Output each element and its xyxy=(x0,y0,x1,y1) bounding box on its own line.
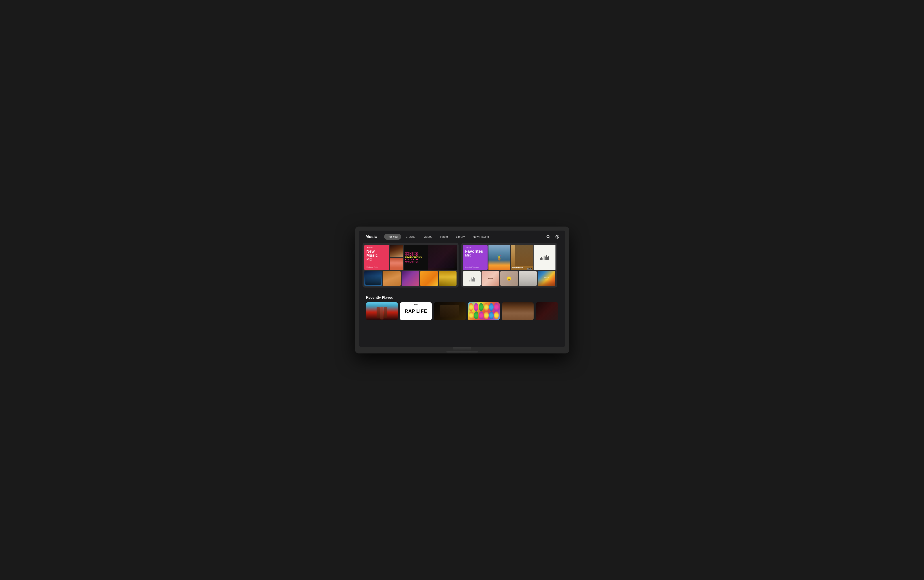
favorites-mix-card[interactable]: MUSIC Favorites Mix Updated Tuesday xyxy=(461,243,557,288)
favorites-updated: Updated Tuesday xyxy=(465,266,485,268)
new-music-updated: Updated Today xyxy=(367,266,386,268)
new-music-mix-tile[interactable]: MUSIC New Music Mix Updated Today xyxy=(364,245,389,270)
rap-life-label: MUSIC xyxy=(414,304,418,305)
fav-label-row: MUSIC xyxy=(465,247,485,249)
fav-album-1[interactable] xyxy=(488,245,510,270)
rap-life-text: RAP LIFE xyxy=(405,309,427,313)
tab-radio[interactable]: Radio xyxy=(437,234,451,240)
bottom-thumb-1[interactable] xyxy=(364,271,382,286)
fav-header: MUSIC Favorites Mix xyxy=(465,247,485,257)
svg-point-3 xyxy=(557,236,558,237)
fav-bottom-3[interactable]: 🙂 xyxy=(500,271,518,286)
new-music-mix-card[interactable]: MUSIC New Music Mix Updated Today xyxy=(362,243,459,288)
fav-bottom-2[interactable]: kelsea xyxy=(482,271,500,286)
svg-point-2 xyxy=(556,235,559,238)
search-icon[interactable] xyxy=(546,234,551,239)
mix-badge-text: MUSIC xyxy=(367,247,373,249)
bottom-thumb-4[interactable] xyxy=(420,271,438,286)
svg-point-5 xyxy=(498,256,500,258)
mix-header: MUSIC New Music Mix xyxy=(367,247,386,261)
fav-bottom-4[interactable] xyxy=(519,271,537,286)
mix-label-row: MUSIC xyxy=(367,247,386,249)
music-logo-text: Music xyxy=(366,234,377,239)
tv-stand xyxy=(359,347,565,353)
fav-bottom-row: kelsea 🙂 TEXA xyxy=(463,271,556,286)
tab-videos[interactable]: Videos xyxy=(420,234,436,240)
fav-bottom-1[interactable] xyxy=(463,271,481,286)
tv-stand-base xyxy=(447,351,478,353)
advisory-badge: EXPLICIT xyxy=(527,268,532,270)
fav-album-3[interactable] xyxy=(534,245,555,270)
recently-played-section: Recently Played MUSIC xyxy=(362,292,562,324)
new-music-grid: MUSIC New Music Mix Updated Today xyxy=(364,245,457,286)
svg-line-1 xyxy=(549,237,550,238)
tab-browse[interactable]: Browse xyxy=(402,234,419,240)
nav-bar: Music For You Browse Videos Radio Librar… xyxy=(359,231,565,243)
sun-text: SUN xyxy=(545,278,548,280)
rp-item-2[interactable]: MUSIC RAP LIFE xyxy=(400,302,432,320)
album-thumb-2[interactable] xyxy=(390,258,403,270)
nm-col2-thumbs xyxy=(390,245,403,270)
chart-visual xyxy=(534,245,555,270)
apple-music-logo: Music xyxy=(364,234,377,239)
recently-played-grid: MUSIC RAP LIFE xyxy=(366,302,558,320)
fav-badge-text: MUSIC xyxy=(466,247,472,249)
bottom-thumb-3[interactable] xyxy=(401,271,419,286)
gaslighter-album[interactable]: GASLIGHTER GASLIGHTER DIXIE CHICKS GASLI… xyxy=(404,245,457,270)
bottom-thumb-2[interactable] xyxy=(383,271,401,286)
flowers-pattern xyxy=(468,302,500,320)
featured-row: MUSIC New Music Mix Updated Today xyxy=(362,243,562,288)
fav-bottom-5-texas-sun[interactable]: TEXAS SUN xyxy=(538,271,556,286)
recently-played-title: Recently Played xyxy=(366,296,558,300)
tv-frame: Music For You Browse Videos Radio Librar… xyxy=(355,227,569,353)
rp-item-4[interactable] xyxy=(468,302,500,320)
tv-stand-neck xyxy=(453,347,471,351)
bottom-thumb-5[interactable] xyxy=(439,271,457,286)
smiley-icon: 🙂 xyxy=(506,276,511,281)
favorites-grid: MUSIC Favorites Mix Updated Tuesday xyxy=(463,245,556,286)
rp-item-3[interactable] xyxy=(434,302,466,320)
settings-icon[interactable] xyxy=(554,234,560,239)
fav-album-2[interactable]: PARTYMOBILE PARTYNEXTDOOR EXPLICIT xyxy=(511,245,533,270)
chart-row xyxy=(540,255,549,260)
favorites-title: Favorites xyxy=(465,249,485,253)
rp-item-5[interactable] xyxy=(502,302,534,320)
main-content: MUSIC New Music Mix Updated Today xyxy=(359,243,565,327)
rp-item-6-partial[interactable] xyxy=(536,302,558,320)
new-music-title: New Music xyxy=(367,249,386,257)
rp-item-1[interactable] xyxy=(366,302,398,320)
nm-bottom-row xyxy=(364,271,457,286)
tv-screen: Music For You Browse Videos Radio Librar… xyxy=(359,231,565,347)
tab-for-you[interactable]: For You xyxy=(384,234,401,240)
album-thumb-1[interactable] xyxy=(390,245,403,257)
nav-tabs: For You Browse Videos Radio Library Now … xyxy=(384,234,546,240)
favorites-subtitle: Mix xyxy=(465,253,485,257)
tab-library[interactable]: Library xyxy=(452,234,469,240)
nav-icons xyxy=(546,234,560,239)
tab-now-playing[interactable]: Now Playing xyxy=(469,234,493,240)
favorites-mix-tile[interactable]: MUSIC Favorites Mix Updated Tuesday xyxy=(463,245,488,270)
new-music-subtitle: Mix xyxy=(367,257,386,261)
